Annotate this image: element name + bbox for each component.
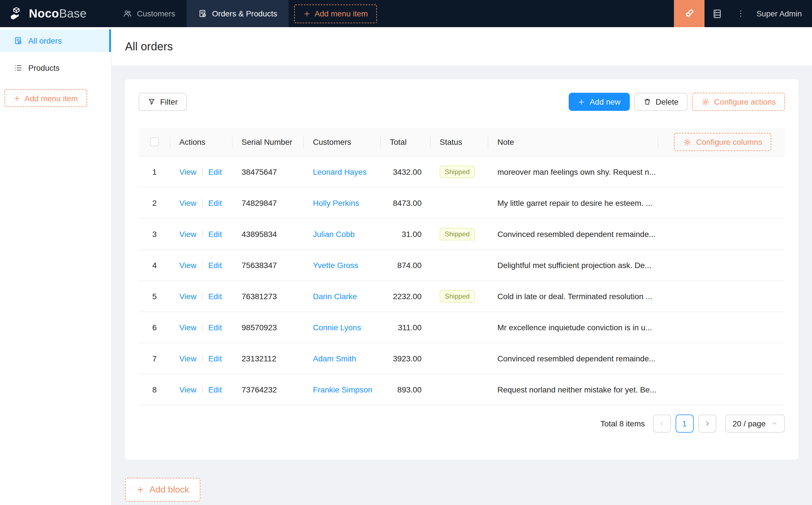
header-select-all: [139, 128, 170, 156]
cell-actions: ViewEdit: [170, 187, 233, 218]
nav-tab-label: Customers: [137, 9, 175, 18]
sidebar-add-menu-item-button[interactable]: Add menu item: [5, 90, 87, 107]
gear-icon: [701, 98, 709, 106]
cell-note: Delightful met sufficient projection ask…: [488, 249, 658, 281]
view-link[interactable]: View: [179, 292, 196, 301]
cell-actions: ViewEdit: [170, 218, 233, 249]
cell-actions: ViewEdit: [170, 249, 233, 281]
orders-table-card: Filter Add new: [125, 79, 798, 460]
cell-total: 311.00: [381, 312, 431, 343]
view-link[interactable]: View: [179, 198, 196, 207]
cell-serial: 38475647: [233, 156, 304, 187]
cell-index: 2: [139, 187, 170, 218]
nocobase-logo-text: NocoBase: [29, 7, 87, 20]
edit-link[interactable]: Edit: [208, 261, 222, 270]
edit-link[interactable]: Edit: [208, 385, 222, 394]
cell-total: 893.00: [381, 374, 431, 405]
table-row: 2 ViewEdit 74829847 Holly Perkins 8473.0…: [139, 187, 785, 218]
cell-status: Shipped: [431, 218, 488, 249]
view-link[interactable]: View: [179, 229, 196, 238]
edit-link[interactable]: Edit: [208, 167, 222, 176]
table-row: 3 ViewEdit 43895834 Julian Cobb 31.00 Sh…: [139, 218, 785, 249]
customer-link[interactable]: Connie Lyons: [313, 323, 361, 332]
nav-tab-orders-products[interactable]: Orders & Products: [186, 0, 288, 27]
filter-icon: [148, 98, 156, 106]
user-menu[interactable]: Super Admin: [751, 9, 812, 18]
delete-button[interactable]: Delete: [634, 93, 687, 111]
gear-icon: [683, 138, 692, 146]
nocobase-logo: NocoBase: [0, 0, 112, 27]
add-new-button[interactable]: Add new: [569, 93, 630, 111]
cell-index: 5: [139, 281, 170, 312]
divider: [202, 354, 202, 362]
status-badge: Shipped: [440, 165, 475, 178]
nav-tab-customers[interactable]: Customers: [112, 0, 186, 27]
users-icon: [123, 9, 132, 18]
divider: [202, 199, 202, 207]
pagination-prev-button[interactable]: [653, 414, 671, 432]
ui-editor-button[interactable]: [674, 0, 704, 27]
edit-link[interactable]: Edit: [208, 323, 222, 332]
cell-actions: ViewEdit: [170, 343, 233, 374]
pagination-total: Total 8 items: [600, 419, 645, 428]
cell-status: Shipped: [431, 281, 488, 312]
customer-link[interactable]: Frankie Simpson: [313, 385, 372, 394]
select-all-checkbox[interactable]: [150, 138, 159, 147]
customer-link[interactable]: Leonard Hayes: [313, 167, 367, 176]
cell-note: Mr excellence inquietude conviction is i…: [488, 312, 658, 343]
divider: [202, 261, 202, 269]
view-link[interactable]: View: [179, 385, 196, 394]
sidebar-item-all-orders[interactable]: All orders: [0, 29, 111, 52]
pagination-next-button[interactable]: [698, 414, 716, 432]
plus-icon: [578, 98, 585, 106]
plus-icon: [14, 95, 21, 102]
status-badge: Shipped: [440, 290, 475, 302]
nav-tab-label: Orders & Products: [212, 9, 277, 18]
edit-link[interactable]: Edit: [208, 292, 222, 301]
cell-customer: Julian Cobb: [304, 218, 381, 249]
nav-add-menu-item-button[interactable]: Add menu item: [294, 4, 377, 23]
cell-index: 1: [139, 156, 170, 187]
page-title: All orders: [125, 40, 173, 53]
configure-actions-button[interactable]: Configure actions: [692, 93, 785, 111]
trash-icon: [643, 98, 651, 106]
view-link[interactable]: View: [179, 167, 196, 176]
sidebar: All orders Products Add menu item: [0, 27, 112, 505]
customer-link[interactable]: Julian Cobb: [313, 229, 355, 238]
customer-link[interactable]: Adam Smith: [313, 354, 356, 363]
cell-index: 3: [139, 218, 170, 249]
cell-index: 4: [139, 249, 170, 281]
plugin-settings-button[interactable]: [704, 0, 730, 27]
pagination-page-1[interactable]: 1: [675, 414, 693, 432]
customer-link[interactable]: Darin Clarke: [313, 292, 357, 301]
cell-actions: ViewEdit: [170, 374, 233, 405]
edit-link[interactable]: Edit: [208, 198, 222, 207]
cell-status: Shipped: [431, 156, 488, 187]
edit-link[interactable]: Edit: [208, 229, 222, 238]
view-link[interactable]: View: [179, 354, 196, 363]
sidebar-item-label: Products: [28, 63, 60, 72]
cell-status: [431, 249, 488, 281]
add-block-button[interactable]: Add block: [125, 478, 200, 501]
cell-status: [431, 312, 488, 343]
page-size-select[interactable]: 20 / page: [725, 414, 785, 432]
configure-columns-button[interactable]: Configure columns: [674, 133, 771, 151]
top-navbar: NocoBase Customers: [0, 0, 812, 27]
cell-serial: 76381273: [233, 281, 304, 312]
view-link[interactable]: View: [179, 323, 196, 332]
customer-link[interactable]: Yvette Gross: [313, 261, 358, 270]
table-row: 4 ViewEdit 75638347 Yvette Gross 874.00 …: [139, 249, 785, 281]
cell-serial: 74829847: [233, 187, 304, 218]
pagination: Total 8 items 1: [139, 414, 785, 432]
table-row: 8 ViewEdit 73764232 Frankie Simpson 893.…: [139, 374, 785, 405]
cell-index: 8: [139, 374, 170, 405]
filter-button[interactable]: Filter: [139, 93, 187, 111]
sidebar-item-products[interactable]: Products: [0, 56, 111, 79]
edit-link[interactable]: Edit: [208, 354, 222, 363]
cell-serial: 73764232: [233, 374, 304, 405]
more-options-button[interactable]: [730, 0, 751, 27]
cell-total: 8473.00: [381, 187, 431, 218]
customer-link[interactable]: Holly Perkins: [313, 198, 359, 207]
view-link[interactable]: View: [179, 261, 196, 270]
cell-serial: 98570923: [233, 312, 304, 343]
